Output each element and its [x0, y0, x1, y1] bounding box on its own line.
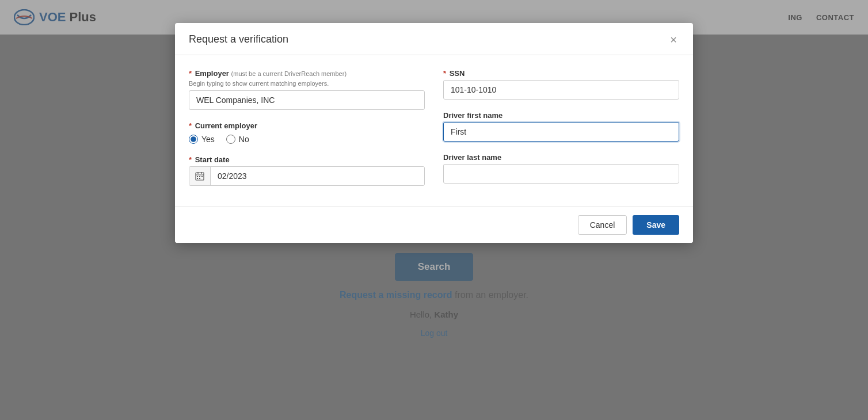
start-date-label: * Start date [189, 155, 425, 164]
current-employer-radio-group: Yes No [189, 132, 425, 144]
modal-right-column: * SSN Driver first name Driver last name [443, 69, 679, 197]
svg-rect-7 [201, 176, 203, 177]
svg-rect-9 [199, 178, 200, 179]
svg-rect-8 [197, 178, 198, 179]
driver-first-name-label: Driver first name [443, 111, 679, 120]
no-radio[interactable] [226, 135, 235, 144]
yes-radio-label[interactable]: Yes [189, 135, 215, 144]
current-employer-label: * Current employer [189, 121, 425, 130]
employer-required-marker: * [189, 69, 192, 78]
employer-sublabel: Begin typing to show current matching em… [189, 80, 425, 87]
employer-hint: (must be a current DriverReach member) [231, 70, 347, 77]
modal-close-button[interactable]: × [668, 34, 679, 45]
date-input-wrapper [189, 166, 425, 186]
request-verification-modal: Request a verification × * Employer (mus… [175, 23, 693, 243]
current-employer-required-marker: * [189, 121, 192, 130]
start-date-group: * Start date [189, 155, 425, 186]
employer-label: * Employer (must be a current DriverReac… [189, 69, 425, 78]
modal-overlay: Request a verification × * Employer (mus… [0, 0, 868, 420]
modal-title: Request a verification [189, 33, 288, 45]
save-button[interactable]: Save [633, 215, 679, 235]
employer-input[interactable] [189, 90, 425, 110]
ssn-required-marker: * [443, 69, 446, 78]
driver-last-name-input[interactable] [443, 164, 679, 184]
ssn-label: * SSN [443, 69, 679, 78]
ssn-input[interactable] [443, 80, 679, 100]
driver-first-name-input[interactable] [443, 122, 679, 142]
cancel-button[interactable]: Cancel [578, 215, 627, 235]
driver-last-name-label: Driver last name [443, 153, 679, 162]
current-employer-label-text: Current employer [195, 121, 257, 130]
start-date-input[interactable] [211, 167, 424, 185]
driver-first-name-label-text: Driver first name [443, 111, 502, 120]
employer-label-text: Employer [195, 69, 229, 78]
current-employer-group: * Current employer Yes No [189, 121, 425, 144]
yes-label: Yes [201, 135, 215, 144]
yes-radio[interactable] [189, 135, 198, 144]
calendar-icon [189, 167, 211, 185]
ssn-group: * SSN [443, 69, 679, 100]
modal-footer: Cancel Save [175, 207, 693, 243]
ssn-label-text: SSN [450, 69, 465, 78]
svg-rect-6 [199, 176, 200, 177]
start-date-required-marker: * [189, 155, 192, 164]
driver-last-name-label-text: Driver last name [443, 153, 501, 162]
driver-first-name-group: Driver first name [443, 111, 679, 142]
driver-last-name-group: Driver last name [443, 153, 679, 184]
modal-left-column: * Employer (must be a current DriverReac… [189, 69, 425, 197]
start-date-label-text: Start date [195, 155, 230, 164]
modal-header: Request a verification × [175, 23, 693, 55]
no-radio-label[interactable]: No [226, 135, 249, 144]
modal-body: * Employer (must be a current DriverReac… [175, 55, 693, 207]
svg-rect-5 [197, 176, 198, 177]
no-label: No [239, 135, 249, 144]
employer-group: * Employer (must be a current DriverReac… [189, 69, 425, 110]
